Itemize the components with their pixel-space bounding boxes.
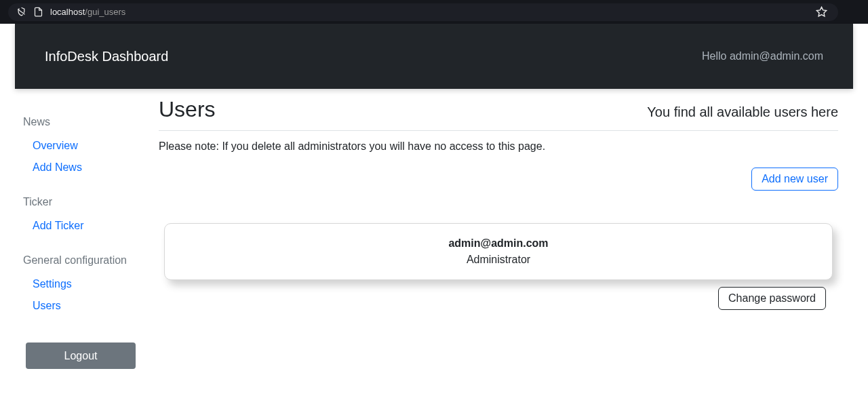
url-box[interactable]: localhost/gui_users — [8, 3, 838, 21]
user-card: admin@admin.com Administrator — [164, 223, 833, 280]
bookmark-star-icon[interactable] — [816, 6, 827, 18]
sidebar-link-overview[interactable]: Overview — [23, 135, 151, 157]
user-email: admin@admin.com — [176, 237, 821, 250]
topbar: InfoDesk Dashboard Hello admin@admin.com — [15, 24, 853, 89]
svg-marker-0 — [816, 7, 826, 16]
sidebar-label-news: News — [23, 116, 151, 128]
add-user-button[interactable]: Add new user — [751, 168, 838, 191]
brand-title: InfoDesk Dashboard — [45, 49, 168, 64]
sidebar: News Overview Add News Ticker Add Ticker… — [15, 97, 159, 369]
sidebar-link-users[interactable]: Users — [23, 295, 151, 317]
shield-off-icon — [16, 7, 26, 17]
sidebar-section-general: General configuration Settings Users — [23, 254, 151, 317]
greeting-text: Hello admin@admin.com — [702, 50, 823, 62]
page-header: Users You find all available users here — [159, 97, 838, 131]
page-subtitle: You find all available users here — [647, 104, 838, 120]
sidebar-section-ticker: Ticker Add Ticker — [23, 196, 151, 237]
warning-note: Please note: If you delete all administr… — [159, 140, 838, 153]
sidebar-label-general: General configuration — [23, 254, 151, 267]
sidebar-link-settings[interactable]: Settings — [23, 273, 151, 295]
sidebar-label-ticker: Ticker — [23, 196, 151, 208]
user-role: Administrator — [176, 254, 821, 266]
change-password-button[interactable]: Change password — [718, 287, 826, 310]
browser-address-bar: localhost/gui_users — [0, 0, 868, 24]
page-title: Users — [159, 97, 216, 122]
url-text: localhost/gui_users — [50, 7, 125, 17]
main-content: Users You find all available users here … — [159, 97, 853, 369]
sidebar-section-news: News Overview Add News — [23, 116, 151, 178]
logout-button[interactable]: Logout — [26, 342, 136, 369]
document-icon — [33, 7, 43, 17]
sidebar-link-add-news[interactable]: Add News — [23, 157, 151, 178]
sidebar-link-add-ticker[interactable]: Add Ticker — [23, 215, 151, 237]
